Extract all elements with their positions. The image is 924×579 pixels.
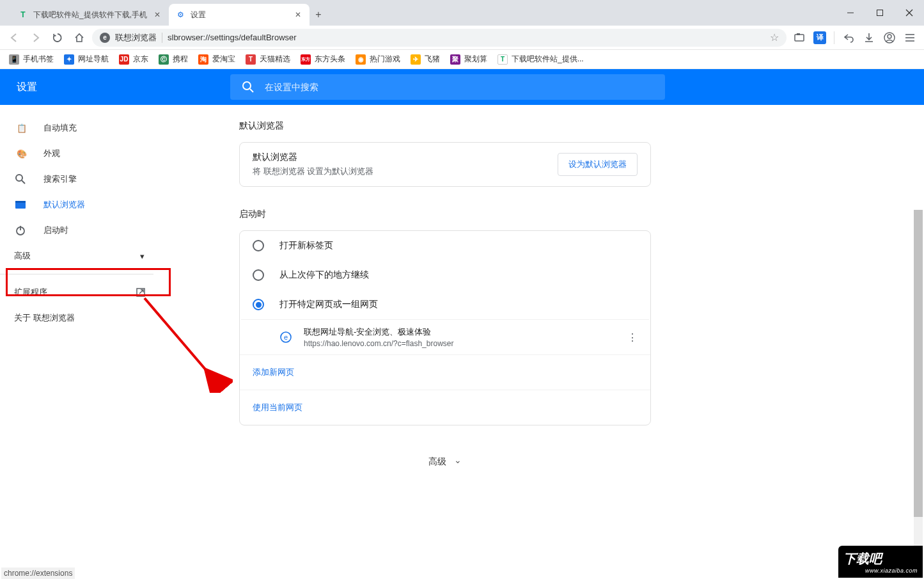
- maximize-button[interactable]: [865, 0, 895, 26]
- startup-section-title: 启动时: [239, 209, 924, 220]
- tab-0-close-icon[interactable]: ✕: [152, 10, 162, 20]
- bookmark-item[interactable]: T天猫精选: [246, 54, 290, 65]
- bookmark-item[interactable]: ✦网址导航: [64, 54, 109, 65]
- sidebar-item-search[interactable]: 搜索引擎: [0, 166, 164, 192]
- bookmark-label: 京东: [133, 54, 148, 65]
- advanced-label: 高级: [14, 250, 31, 262]
- tab-1-title: 设置: [191, 10, 288, 20]
- sidebar-item-startup[interactable]: 启动时: [0, 218, 164, 243]
- svg-line-12: [250, 89, 253, 92]
- reload-button[interactable]: [49, 29, 67, 47]
- radio-icon[interactable]: [253, 269, 264, 281]
- url-text: slbrowser://settings/defaultBrowser: [168, 33, 765, 42]
- bookmark-item[interactable]: 📱手机书签: [9, 54, 54, 65]
- page-info: 联想网址导航-安全浏览、极速体验 https://hao.lenovo.com.…: [304, 326, 453, 348]
- svg-point-11: [243, 82, 251, 90]
- downloads-button[interactable]: [860, 29, 878, 47]
- add-new-page-link[interactable]: 添加新网页: [240, 354, 650, 390]
- sidebar-item-default-browser[interactable]: 默认浏览器: [0, 192, 164, 218]
- radio-label: 从上次停下的地方继续: [279, 269, 369, 281]
- sidebar-label: 启动时: [43, 225, 68, 236]
- radio-icon[interactable]: [253, 240, 264, 251]
- back-button[interactable]: [5, 29, 23, 47]
- svg-rect-1: [877, 10, 883, 16]
- clipboard-icon: 📋: [15, 123, 28, 133]
- sidebar-extensions-link[interactable]: 扩展程序: [0, 280, 164, 305]
- close-button[interactable]: [895, 0, 924, 26]
- sidebar-advanced-toggle[interactable]: 高级▾: [0, 243, 164, 269]
- tab-1[interactable]: ⚙ 设置 ✕: [169, 4, 309, 26]
- scrollbar-thumb[interactable]: [914, 210, 923, 517]
- undo-button[interactable]: [840, 29, 857, 47]
- sidebar-label: 外观: [43, 148, 60, 159]
- bookmark-label: 爱淘宝: [212, 54, 235, 65]
- minimize-button[interactable]: [836, 0, 865, 26]
- tab-1-close-icon[interactable]: ✕: [293, 10, 303, 20]
- tab-0-title: 下载吧软件站_提供软件下载,手机: [33, 10, 147, 20]
- bookmark-label: 携程: [173, 54, 188, 65]
- browser-icon: [15, 201, 28, 209]
- bookmark-label: 网址导航: [78, 54, 109, 65]
- startup-section: 启动时 打开新标签页 从上次停下的地方继续 打开特定网页或一组网页 e: [239, 209, 924, 425]
- settings-search-input[interactable]: [265, 82, 654, 92]
- about-label: 关于 联想浏览器: [14, 312, 75, 324]
- bookmark-label: 聚划算: [464, 54, 487, 65]
- default-browser-primary: 默认浏览器: [253, 152, 373, 163]
- screenshot-icon[interactable]: [790, 29, 808, 47]
- bookmark-label: 飞猪: [425, 54, 440, 65]
- radio-icon-checked[interactable]: [253, 299, 264, 310]
- settings-title: 设置: [0, 81, 230, 94]
- advanced-toggle[interactable]: 高级 ⌄: [239, 456, 651, 468]
- sidebar-about-link[interactable]: 关于 联想浏览器: [0, 305, 164, 331]
- settings-header: 设置: [0, 69, 924, 105]
- settings-search-box[interactable]: [230, 74, 665, 100]
- forward-button[interactable]: [27, 29, 45, 47]
- sidebar-label: 搜索引擎: [43, 173, 77, 185]
- window-titlebar: T 下载吧软件站_提供软件下载,手机 ✕ ⚙ 设置 ✕ +: [0, 0, 924, 26]
- svg-text:e: e: [284, 333, 288, 341]
- bookmark-item[interactable]: 东方东方头条: [301, 54, 345, 65]
- advanced-toggle-label: 高级: [428, 456, 446, 466]
- omnibox[interactable]: e 联想浏览器 slbrowser://settings/defaultBrow…: [92, 29, 787, 47]
- bookmark-item[interactable]: ✈飞猪: [411, 54, 440, 65]
- bookmark-item[interactable]: 淘爱淘宝: [198, 54, 235, 65]
- extensions-label: 扩展程序: [14, 287, 47, 298]
- profile-button[interactable]: [881, 29, 898, 47]
- toolbar-right: 译: [790, 29, 919, 47]
- new-tab-button[interactable]: +: [309, 6, 327, 24]
- window-controls: [836, 0, 924, 26]
- radio-option-specific[interactable]: 打开特定网页或一组网页: [240, 290, 650, 319]
- bookmark-item[interactable]: JD京东: [119, 54, 148, 65]
- site-identity-icon[interactable]: e: [100, 33, 110, 43]
- tab-0[interactable]: T 下载吧软件站_提供软件下载,手机 ✕: [12, 4, 169, 26]
- bookmark-label: 东方头条: [315, 54, 345, 65]
- sidebar-label: 自动填充: [43, 122, 77, 134]
- home-button[interactable]: [70, 29, 88, 47]
- default-browser-row: 默认浏览器 将 联想浏览器 设置为默认浏览器 设为默认浏览器: [240, 143, 650, 186]
- sidebar-item-appearance[interactable]: 🎨外观: [0, 141, 164, 166]
- radio-option-newtab[interactable]: 打开新标签页: [240, 231, 650, 260]
- more-options-icon[interactable]: ⋮: [627, 331, 636, 344]
- svg-rect-16: [15, 201, 26, 203]
- bookmark-item[interactable]: 聚聚划算: [450, 54, 487, 65]
- radio-option-continue[interactable]: 从上次停下的地方继续: [240, 260, 650, 290]
- svg-line-14: [22, 180, 25, 184]
- bookmark-item[interactable]: T下载吧软件站_提供...: [497, 54, 584, 65]
- set-default-button[interactable]: 设为默认浏览器: [558, 153, 638, 176]
- use-current-pages-link[interactable]: 使用当前网页: [240, 390, 650, 425]
- page-favicon-icon: e: [279, 331, 292, 344]
- svg-rect-5: [797, 33, 800, 35]
- watermark-url: www.xiazaiba.com: [843, 567, 918, 574]
- bookmark-label: 热门游戏: [370, 54, 400, 65]
- search-icon: [242, 81, 254, 93]
- settings-sidebar: 📋自动填充 🎨外观 搜索引擎 默认浏览器 启动时 高级▾ 扩展程序 关于 联想浏…: [0, 105, 164, 579]
- radio-label: 打开新标签页: [279, 240, 333, 251]
- bookmark-item[interactable]: Ⓒ携程: [159, 54, 188, 65]
- bookmark-star-icon[interactable]: ☆: [770, 31, 779, 44]
- menu-button[interactable]: [901, 29, 919, 47]
- translate-button[interactable]: 译: [811, 29, 829, 47]
- sidebar-item-autofill[interactable]: 📋自动填充: [0, 115, 164, 141]
- svg-rect-4: [795, 35, 804, 41]
- bookmark-item[interactable]: ◉热门游戏: [356, 54, 400, 65]
- specific-page-item: e 联想网址导航-安全浏览、极速体验 https://hao.lenovo.co…: [241, 319, 649, 354]
